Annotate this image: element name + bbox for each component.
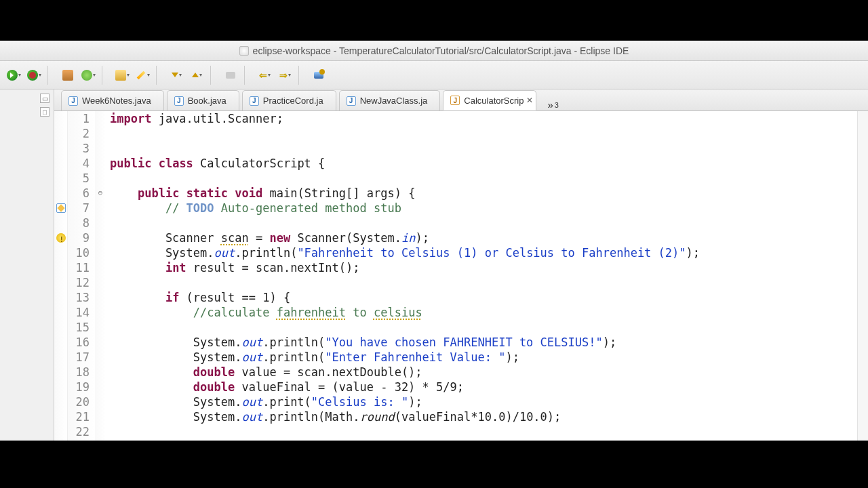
code-line[interactable]: import java.util.Scanner; [110,111,857,126]
code-line[interactable]: System.out.println(Math.round(valueFinal… [110,409,857,424]
line-number: 10 [68,245,90,260]
code-line[interactable] [110,216,857,230]
code-line[interactable]: public class CalculatorScript { [110,156,857,171]
line-number: 2 [68,126,90,141]
minimize-view-button[interactable]: ▭ [40,94,50,103]
search-button[interactable] [133,66,152,85]
nav-forward-icon: ⇒ [279,70,288,81]
main-toolbar: ⇐ ⇒ [0,61,868,89]
left-trim: ▭ □ [0,89,54,441]
tabs-overflow-button[interactable]: »3 [547,99,558,110]
fold-spacer [95,275,106,290]
line-number: 9 [68,230,90,245]
code-editor[interactable]: 12345678910111213141516171819202122 ⊖ im… [54,111,868,441]
java-file-icon: J [174,96,184,106]
line-number: 17 [68,350,90,365]
line-number: 8 [68,216,90,230]
fold-spacer [95,320,106,335]
code-line[interactable]: public static void main(String[] args) { [110,186,857,201]
fold-spacer [95,424,106,439]
fold-spacer [95,141,106,156]
tab-week6notes[interactable]: J Week6Notes.java [61,90,164,110]
code-line[interactable]: int result = scan.nextInt(); [110,260,857,275]
code-line[interactable] [110,141,857,156]
pin-editor-button[interactable] [309,66,328,85]
arrow-up-icon [192,73,199,77]
eclipse-app-icon [239,46,249,56]
fold-spacer [95,230,106,245]
toolbar-separator [244,66,251,85]
letterbox-bottom [0,441,868,488]
debug-button[interactable] [24,66,43,85]
editor-tabs: J Week6Notes.java J Book.java J Practice… [54,89,868,111]
fold-spacer [95,350,106,365]
toolbar-separator [47,66,54,85]
code-line[interactable]: System.out.println("Fahrenheit to Celsiu… [110,245,857,260]
code-line[interactable]: System.out.println("Enter Fahrenheit Val… [110,350,857,365]
marker-ruler[interactable] [54,111,68,441]
task-marker-icon[interactable] [56,203,66,213]
code-line[interactable]: System.out.println("You have chosen FAHR… [110,335,857,350]
tab-label: Week6Notes.java [82,96,151,106]
line-number: 11 [68,260,90,275]
code-line[interactable]: System.out.print("Celsius is: "); [110,394,857,409]
java-file-icon: J [450,96,460,105]
nav-back-button[interactable]: ⇐ [255,66,274,85]
code-line[interactable]: if (result == 1) { [110,290,857,305]
fold-spacer [95,365,106,380]
code-line[interactable] [110,275,857,290]
fold-toggle-icon[interactable]: ⊖ [95,186,106,201]
line-number: 18 [68,365,90,380]
letterbox-top [0,0,868,42]
prev-annotation-button[interactable] [187,66,206,85]
code-line[interactable]: //calculate fahrenheit to celsius [110,305,857,320]
new-package-button[interactable] [58,66,77,85]
window-titlebar[interactable]: eclipse-workspace - TemperatureCalculato… [0,41,868,61]
line-number: 20 [68,394,90,409]
editor-area: J Week6Notes.java J Book.java J Practice… [54,89,868,441]
line-number: 3 [68,141,90,156]
open-type-button[interactable] [113,66,132,85]
fold-spacer [95,201,106,216]
code-line[interactable]: // TODO Auto-generated method stub [110,201,857,216]
tab-label: CalculatorScrip [464,96,524,106]
new-class-icon [81,70,92,81]
nav-forward-button[interactable]: ⇒ [275,66,294,85]
toolbar-separator [210,66,217,85]
warning-marker-icon[interactable] [56,233,66,243]
line-number: 16 [68,335,90,350]
new-class-button[interactable] [79,66,98,85]
code-content[interactable]: import java.util.Scanner;public class Ca… [106,111,857,441]
code-line[interactable]: double valueFinal = (value - 32) * 5/9; [110,380,857,394]
search-wand-icon [136,70,145,79]
line-number: 15 [68,320,90,335]
code-line[interactable] [110,320,857,335]
restore-view-button[interactable]: □ [40,107,50,117]
tab-label: NewJavaClass.ja [360,96,428,106]
close-icon[interactable]: ✕ [526,96,533,105]
line-number: 14 [68,305,90,320]
java-file-icon: J [347,96,356,106]
code-line[interactable]: double value = scan.nextDouble(); [110,365,857,380]
code-line[interactable] [110,126,857,141]
code-line[interactable] [110,424,857,439]
line-number-ruler[interactable]: 12345678910111213141516171819202122 [68,111,95,441]
window-title: eclipse-workspace - TemperatureCalculato… [253,45,629,56]
code-line[interactable] [110,171,857,186]
line-number: 12 [68,275,90,290]
tab-newjavaclass[interactable]: J NewJavaClass.ja [339,90,441,110]
next-annotation-button[interactable] [167,66,186,85]
folding-ruler[interactable]: ⊖ [95,111,106,441]
tab-practicecord[interactable]: J PracticeCord.ja [242,90,336,110]
run-button[interactable] [4,66,23,85]
fold-spacer [95,156,106,171]
code-line[interactable]: Scanner scan = new Scanner(System.in); [110,230,857,245]
last-edit-button[interactable] [221,66,240,85]
tab-label: PracticeCord.ja [263,96,323,106]
folder-open-icon [115,70,126,81]
tab-book[interactable]: J Book.java [167,90,239,110]
line-number: 4 [68,156,90,171]
tab-calculatorscript[interactable]: J CalculatorScrip ✕ [443,90,536,110]
overview-ruler[interactable] [857,111,868,441]
line-number: 6 [68,186,90,201]
